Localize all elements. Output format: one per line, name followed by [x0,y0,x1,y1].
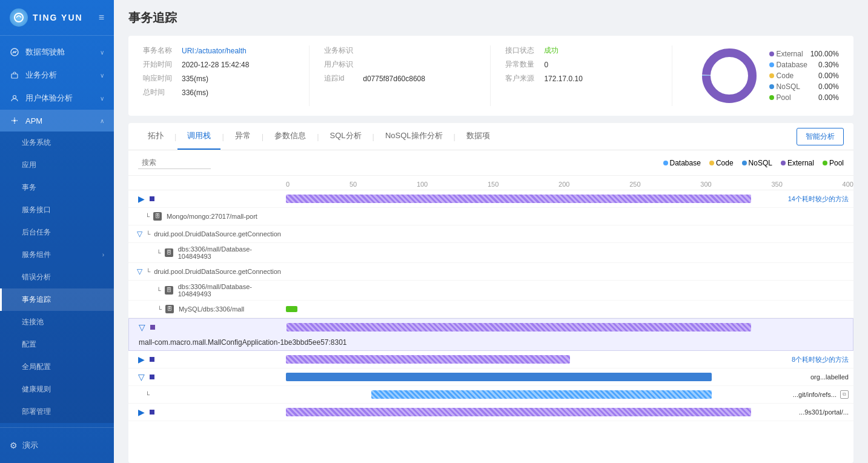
sidebar-item-error-analysis[interactable]: 错误分析 [0,266,114,288]
trace-bar-11 [371,390,712,399]
highlighted-app-label: mall-com.macro.mall.MallConfigApplicatio… [129,336,357,350]
trace-bar-area-6 [286,282,853,299]
trace-row-11: └ ...git/info/refs... ⧉ [128,386,853,404]
label-6: dbs:3306/mall/Database-104849493 [178,283,281,298]
trace-label-9: ▶ [128,352,286,367]
search-input[interactable] [138,156,211,169]
trace-row-12: ▶ ...9s301/portal/... [128,404,853,421]
sidebar-item-transaction[interactable]: 事务 [0,176,114,199]
trace-note-10: org...labelled [810,373,849,381]
trace-row-4: └ 🗄 dbs:3306/mall/Database-104849493 [128,243,853,263]
donut-legend: External 100.00% Database 0.30% Code 0.0… [769,50,839,102]
footer-label: 演示 [22,440,38,451]
sidebar-item-user-exp[interactable]: 用户体验分析 ∨ [0,87,114,110]
trace-bar-area-9: 8个耗时较少的方法 [286,351,853,368]
connector-2: └ [145,213,150,220]
trace-bar-area-1: 14个耗时较少的方法 [286,190,853,207]
trace-label-4: └ 🗄 dbs:3306/mall/Database-104849493 [128,243,286,262]
trace-bar-8 [287,323,751,331]
response-time-label: 响应时间 [143,73,172,84]
sidebar-item-config[interactable]: 配置 [0,333,114,356]
trace-note-11: ...git/info/refs... [793,391,837,398]
expand-icon-12[interactable]: ▶ [138,407,145,417]
legend-row-pool: Pool 0.00% [769,93,839,102]
collapse-icon[interactable]: ≡ [99,12,104,23]
db-icon-7: 🗄 [165,305,174,313]
sidebar-item-global-config[interactable]: 全局配置 [0,356,114,378]
trace-label-8: ▽ [129,320,287,335]
db-icon-6: 🗄 [165,286,173,295]
tabs-bar: 拓扑 | 调用栈 | 异常 | 参数信息 | SQL分析 | NoSQL操作分析… [128,123,853,150]
scale-150: 150 [488,181,499,188]
sidebar: TING YUN ≡ 数据驾驶舱 ∨ 业务分析 ∨ [0,0,114,463]
tab-nosql-analysis[interactable]: NoSQL操作分析 [376,123,452,150]
trace-row-3: ▽ └ druid.pool.DruidDataSource.getConnec… [128,225,853,243]
scale-0: 0 [286,181,290,188]
chevron-down-icon: ∨ [100,95,104,102]
sidebar-item-apm[interactable]: APM ∧ [0,110,114,132]
trace-bar-1 [286,195,751,203]
tab-data-items[interactable]: 数据项 [457,123,500,150]
briefcase-icon [10,70,19,80]
footer-demo[interactable]: ⚙ 演示 [10,435,104,456]
trace-bar-area-5 [286,263,853,280]
expand-icon-10[interactable]: ▽ [138,372,145,382]
sidebar-footer: ⚙ 演示 [0,427,114,463]
expand-icon-9[interactable]: ▶ [138,355,145,364]
sidebar-item-biz-system[interactable]: 业务系统 [0,132,114,154]
sidebar-item-service-interface[interactable]: 服务接口 [0,199,114,221]
trace-bar-12 [286,408,751,416]
scale-300: 300 [700,181,711,188]
expand-icon-3[interactable]: ▽ [137,230,142,238]
transaction-name-label: 事务名称 [143,45,172,56]
sidebar-item-health-rules[interactable]: 健康规则 [0,378,114,401]
trace-legend: Database Code NoSQL External Pool [663,159,844,167]
bar-indicator-1 [150,196,154,201]
trace-note-1: 14个耗时较少的方法 [788,195,849,204]
trace-row-8-inner: ▽ [129,319,853,336]
bar-indicator-12 [150,410,154,415]
tab-params[interactable]: 参数信息 [265,123,316,150]
tab-call-chain[interactable]: 调用栈 [177,123,220,150]
sidebar-item-deploy-mgmt[interactable]: 部署管理 [0,401,114,423]
sidebar-item-biz-analysis[interactable]: 业务分析 ∨ [0,64,114,87]
bar-indicator-9 [150,357,154,362]
smart-analysis-button[interactable]: 智能分析 [797,128,844,145]
trace-label-6: └ 🗄 dbs:3306/mall/Database-104849493 [128,281,286,300]
scale-50: 50 [350,181,357,188]
trace-note-12: ...9s301/portal/... [799,408,849,416]
sidebar-item-label: 数据驾驶舱 [25,47,65,58]
sidebar-item-app[interactable]: 应用 [0,154,114,176]
db-icon-2: 🗄 [153,212,162,221]
sidebar-item-connection-pool[interactable]: 连接池 [0,311,114,333]
trace-label-7: └ 🗄 MySQL/dbs:3306/mall [128,302,286,316]
donut-chart-section: External 100.00% Database 0.30% Code 0.0… [687,45,839,106]
expand-icon-5[interactable]: ▽ [137,267,142,276]
legend-database: Database [663,159,701,167]
start-time-label: 开始时间 [143,59,172,70]
trace-row-10: ▽ org...labelled [128,368,853,386]
trace-label-11: └ [128,389,286,401]
legend-pool: Pool [823,159,844,167]
connector-4: └ [157,250,161,256]
sidebar-item-data-monitoring[interactable]: 数据驾驶舱 ∨ [0,41,114,64]
sidebar-item-transaction-trace[interactable]: 事务追踪 [0,288,114,311]
sidebar-item-background-task[interactable]: 后台任务 [0,221,114,244]
user-icon [10,93,19,103]
client-ip-value: 172.17.0.10 [544,75,657,83]
sidebar-item-service-component[interactable]: 服务组件 › [0,244,114,266]
label-5: druid.pool.DruidDataSource.getConnection [154,268,281,275]
trace-row-7: └ 🗄 MySQL/dbs:3306/mall [128,301,853,318]
tab-sql-analysis[interactable]: SQL分析 [320,123,371,150]
tab-anomaly[interactable]: 异常 [225,123,260,150]
svg-point-0 [15,13,23,22]
expand-icon-8[interactable]: ▽ [139,322,145,332]
legend-external: External [781,159,814,167]
sidebar-menu: 数据驾驶舱 ∨ 业务分析 ∨ 用户体验分析 ∨ [0,36,114,427]
copy-icon-11[interactable]: ⧉ [840,390,849,399]
tab-topology[interactable]: 拓扑 [138,123,173,150]
trace-content: Database Code NoSQL External Pool 0 50 1… [128,150,853,463]
trace-label-2: └ 🗄 Mongo/mongo:27017/mall-port [128,210,286,223]
trace-id-value: d0775f87d60c8608 [363,75,475,83]
expand-icon-1[interactable]: ▶ [138,194,145,204]
